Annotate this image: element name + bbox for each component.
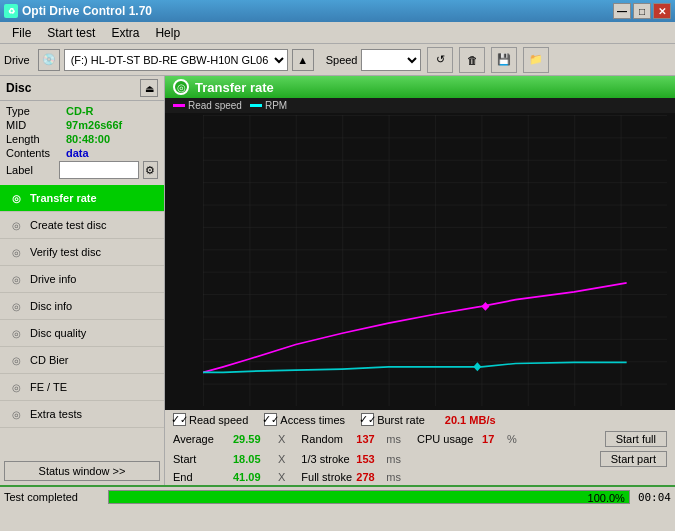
left-panel: Disc ⏏ Type CD-R MID 97m26s66f Length 80… <box>0 76 165 485</box>
drivebar: Drive 💿 (F:) HL-DT-ST BD-RE GBW-H10N GL0… <box>0 44 675 76</box>
drive-eject-btn[interactable]: ▲ <box>292 49 314 71</box>
sidebar-label-create-test: Create test disc <box>30 219 106 231</box>
sidebar-label-disc-quality: Disc quality <box>30 327 86 339</box>
sidebar-item-drive-info[interactable]: ◎ Drive info <box>0 266 164 293</box>
burn-btn[interactable]: 💾 <box>491 47 517 73</box>
transfer-rate-icon: ◎ <box>8 190 24 206</box>
end-unit: X <box>278 471 285 483</box>
sidebar-item-fe-te[interactable]: ◎ FE / TE <box>0 374 164 401</box>
disc-info-icon: ◎ <box>8 298 24 314</box>
status-bar: Test completed 100.0% 00:04 <box>0 485 675 507</box>
stats-row-1: Average 29.59 X Random 137 ms CPU usage … <box>165 429 675 449</box>
legend-label-read: Read speed <box>188 100 242 111</box>
refresh-btn[interactable]: ↺ <box>427 47 453 73</box>
extra-tests-icon: ◎ <box>8 406 24 422</box>
speed-select[interactable] <box>361 49 421 71</box>
create-test-icon: ◎ <box>8 217 24 233</box>
fullstroke-unit: ms <box>386 471 401 483</box>
status-text: Test completed <box>4 491 104 503</box>
burst-rate-value: 20.1 MB/s <box>445 414 496 426</box>
disc-quality-icon: ◎ <box>8 325 24 341</box>
titlebar-buttons: — □ ✕ <box>613 3 671 19</box>
menu-help[interactable]: Help <box>147 24 188 42</box>
cd-bier-icon: ◎ <box>8 352 24 368</box>
start-full-btn[interactable]: Start full <box>605 431 667 447</box>
contents-value: data <box>66 147 89 159</box>
sidebar-item-disc-info[interactable]: ◎ Disc info <box>0 293 164 320</box>
menu-starttest[interactable]: Start test <box>39 24 103 42</box>
end-label: End <box>173 471 233 483</box>
label-field-label: Label <box>6 164 55 176</box>
sidebar-menu: ◎ Transfer rate ◎ Create test disc ◎ Ver… <box>0 185 164 457</box>
sidebar-item-transfer-rate[interactable]: ◎ Transfer rate <box>0 185 164 212</box>
type-value: CD-R <box>66 105 94 117</box>
chart-legend: Read speed RPM <box>165 98 675 113</box>
sidebar-item-cd-bier[interactable]: ◎ CD Bier <box>0 347 164 374</box>
erase-btn[interactable]: 🗑 <box>459 47 485 73</box>
chart-checkboxes: ✓ Read speed ✓ Access times ✓ Burst rate… <box>165 410 675 429</box>
random-unit: ms <box>386 433 401 445</box>
end-value: 41.09 <box>233 471 278 483</box>
disc-header-label: Disc <box>6 81 31 95</box>
sidebar-item-create-test[interactable]: ◎ Create test disc <box>0 212 164 239</box>
save-btn[interactable]: 📁 <box>523 47 549 73</box>
label-input[interactable] <box>59 161 139 179</box>
sidebar-item-verify-test[interactable]: ◎ Verify test disc <box>0 239 164 266</box>
minimize-button[interactable]: — <box>613 3 631 19</box>
close-button[interactable]: ✕ <box>653 3 671 19</box>
app-icon: ♻ <box>4 4 18 18</box>
progress-percent: 100.0% <box>588 491 625 505</box>
menubar: File Start test Extra Help <box>0 22 675 44</box>
start-part-btn[interactable]: Start part <box>600 451 667 467</box>
sidebar-label-cd-bier: CD Bier <box>30 354 69 366</box>
menu-file[interactable]: File <box>4 24 39 42</box>
disc-eject-btn[interactable]: ⏏ <box>140 79 158 97</box>
contents-label: Contents <box>6 147 66 159</box>
fe-te-icon: ◎ <box>8 379 24 395</box>
sidebar-item-disc-quality[interactable]: ◎ Disc quality <box>0 320 164 347</box>
status-window-btn[interactable]: Status window >> <box>4 461 160 481</box>
start-value: 18.05 <box>233 453 278 465</box>
avg-unit: X <box>278 433 285 445</box>
disc-header: Disc ⏏ <box>0 76 164 101</box>
random-label: Random <box>301 433 356 445</box>
chart-icon: ◎ <box>173 79 189 95</box>
stroke13-unit: ms <box>386 453 401 465</box>
start-label: Start <box>173 453 233 465</box>
sidebar-label-drive-info: Drive info <box>30 273 76 285</box>
sidebar-label-disc-info: Disc info <box>30 300 72 312</box>
sidebar-item-extra-tests[interactable]: ◎ Extra tests <box>0 401 164 428</box>
sidebar-label-extra-tests: Extra tests <box>30 408 82 420</box>
titlebar: ♻ Opti Drive Control 1.70 — □ ✕ <box>0 0 675 22</box>
mid-value: 97m26s66f <box>66 119 122 131</box>
speed-label: Speed <box>326 54 358 66</box>
disc-info: Type CD-R MID 97m26s66f Length 80:48:00 … <box>0 101 164 185</box>
menu-extra[interactable]: Extra <box>103 24 147 42</box>
maximize-button[interactable]: □ <box>633 3 651 19</box>
drive-info-icon: ◎ <box>8 271 24 287</box>
chart-header: ◎ Transfer rate <box>165 76 675 98</box>
checkbox-read-speed[interactable]: ✓ Read speed <box>173 413 248 426</box>
checkbox-burst-rate[interactable]: ✓ Burst rate <box>361 413 425 426</box>
verify-test-icon: ◎ <box>8 244 24 260</box>
progress-bar: 100.0% <box>108 490 630 504</box>
legend-color-cyan <box>250 104 262 107</box>
stroke13-value: 153 <box>356 453 386 465</box>
type-label: Type <box>6 105 66 117</box>
cb-access-times[interactable]: ✓ <box>264 413 277 426</box>
fullstroke-value: 278 <box>356 471 386 483</box>
label-gear-btn[interactable]: ⚙ <box>143 161 158 179</box>
fullstroke-label: Full stroke <box>301 471 356 483</box>
drive-select[interactable]: (F:) HL-DT-ST BD-RE GBW-H10N GL06 <box>64 49 288 71</box>
window-title: Opti Drive Control 1.70 <box>22 4 152 18</box>
drive-label: Drive <box>4 54 30 66</box>
cb-label-burst-rate: Burst rate <box>377 414 425 426</box>
legend-rpm: RPM <box>250 100 287 111</box>
cb-read-speed[interactable]: ✓ <box>173 413 186 426</box>
progress-fill <box>109 491 629 503</box>
legend-color-pink <box>173 104 185 107</box>
checkbox-access-times[interactable]: ✓ Access times <box>264 413 345 426</box>
cb-burst-rate[interactable]: ✓ <box>361 413 374 426</box>
drive-icon-btn[interactable]: 💿 <box>38 49 60 71</box>
length-label: Length <box>6 133 66 145</box>
